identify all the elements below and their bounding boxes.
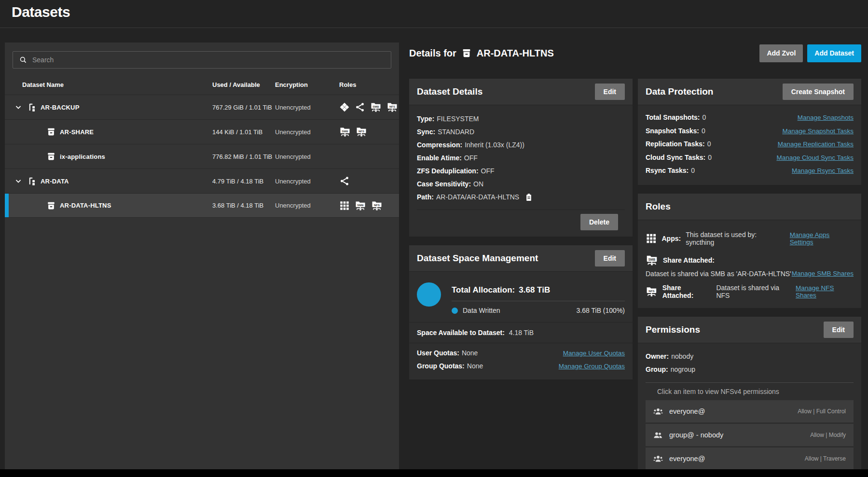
field-value: OFF [464, 152, 478, 165]
table-row-ix-applications[interactable]: ix-applications 776.82 MiB / 1.01 TiB Un… [5, 144, 399, 168]
manage-rsync-tasks-link[interactable]: Manage Rsync Tasks [792, 164, 854, 178]
ace-row-group-nobody[interactable]: group@ - nobody Allow | Modify [646, 424, 854, 446]
datasets-tree-panel: Dataset Name Used / Available Encryption… [5, 42, 399, 469]
data-written-value: 3.68 TiB (100%) [577, 307, 625, 314]
dataset-icon [46, 152, 56, 161]
dataset-icon [461, 48, 472, 58]
manage-cloud-sync-tasks-link[interactable]: Manage Cloud Sync Tasks [776, 151, 854, 165]
stat-label: Rsync Tasks: [646, 167, 689, 174]
dataset-tree-icon [27, 176, 37, 186]
column-dataset-name: Dataset Name [5, 81, 212, 88]
manage-snapshot-tasks-link[interactable]: Manage Snapshot Tasks [782, 125, 854, 138]
group-quotas-value: None [467, 362, 483, 370]
stat-label: Replication Tasks: [646, 140, 705, 148]
delete-dataset-button[interactable]: Delete [580, 214, 618, 230]
edit-permissions-button[interactable]: Edit [824, 322, 854, 338]
ace-row-everyone-full-control[interactable]: everyone@ Allow | Full Control [646, 400, 854, 422]
selected-dataset-name: AR-DATA-HLTNS [477, 48, 554, 59]
manage-apps-settings-link[interactable]: Manage Apps Settings [790, 231, 854, 246]
manage-user-quotas-link[interactable]: Manage User Quotas [563, 347, 625, 360]
encryption-state: Unencrypted [275, 153, 339, 160]
manage-nfs-shares-link[interactable]: Manage NFS Shares [796, 284, 854, 299]
ace-who: group@ - nobody [669, 431, 723, 439]
user-quotas-value: None [462, 349, 478, 357]
smb-share-icon [339, 126, 351, 138]
column-roles: Roles [339, 81, 399, 88]
nfs-share-icon [356, 126, 367, 138]
ace-who: everyone@ [669, 407, 705, 415]
ace-who: everyone@ [669, 455, 705, 463]
table-header: Dataset Name Used / Available Encryption… [5, 74, 399, 95]
owner-value: nobody [671, 350, 693, 363]
edit-dataset-details-button[interactable]: Edit [595, 84, 625, 100]
group-value: nogroup [671, 363, 695, 376]
data-written-legend-dot [452, 308, 458, 314]
used-available: 776.82 MiB / 1.01 TiB [212, 153, 275, 160]
search-input[interactable] [32, 56, 385, 64]
used-available: 3.68 TiB / 4.18 TiB [212, 202, 275, 209]
field-value: FILESYSTEM [437, 112, 479, 126]
column-used-available: Used / Available [212, 81, 275, 88]
total-allocation-value: 3.68 TiB [519, 285, 550, 295]
groups-icon [653, 406, 663, 417]
card-title: Dataset Space Management [417, 253, 538, 264]
group-icon [653, 430, 663, 440]
nfs-share-icon [646, 285, 658, 298]
permissions-card: Permissions Edit Owner:nobody Group:nogr… [638, 317, 861, 477]
smb-share-icon [646, 254, 658, 267]
group-label: Group: [646, 363, 668, 376]
field-label: Enable Atime: [417, 152, 462, 165]
field-label: Path: [417, 191, 434, 204]
space-available-label: Space Available to Dataset: [417, 329, 505, 337]
dataset-name: ix-applications [60, 153, 105, 160]
manage-group-quotas-link[interactable]: Manage Group Quotas [559, 360, 625, 373]
search-input-box[interactable] [13, 51, 391, 69]
details-header: Details for AR-DATA-HLTNS Add Zvol Add D… [409, 43, 861, 63]
share-icon [355, 102, 365, 112]
edit-space-button[interactable]: Edit [595, 250, 625, 267]
stat-label: Snapshot Tasks: [646, 127, 699, 135]
table-row-ar-share[interactable]: AR-SHARE 144 KiB / 1.01 TiB Unencrypted [5, 119, 399, 144]
create-snapshot-button[interactable]: Create Snapshot [783, 84, 854, 100]
manage-replication-tasks-link[interactable]: Manage Replication Tasks [778, 138, 854, 151]
search-area [5, 42, 399, 74]
chevron-down-icon[interactable] [14, 102, 23, 112]
smb-share-icon [370, 101, 382, 113]
encryption-state: Unencrypted [275, 178, 339, 185]
stat-value: 0 [702, 127, 705, 135]
manage-smb-shares-link[interactable]: Manage SMB Shares [792, 270, 854, 277]
dataset-icon [46, 127, 56, 137]
field-label: Sync: [417, 126, 435, 139]
field-value: OFF [481, 165, 495, 178]
owner-label: Owner: [646, 350, 669, 363]
groups-icon [653, 453, 663, 464]
add-dataset-button[interactable]: Add Dataset [807, 44, 861, 62]
stat-label: Cloud Sync Tasks: [646, 154, 705, 161]
copy-path-icon[interactable] [524, 193, 534, 202]
dataset-space-management-card: Dataset Space Management Edit Total Allo… [409, 245, 633, 379]
table-row-ar-data-hltns[interactable]: AR-DATA-HLTNS 3.68 TiB / 4.18 TiB Unencr… [5, 193, 399, 218]
field-value: Inherit (1.03x (LZ4)) [465, 139, 524, 152]
nfsv4-hint: Click an item to view NFSv4 permissions [657, 388, 854, 395]
ace-row-everyone-traverse[interactable]: everyone@ Allow | Traverse [646, 448, 854, 470]
ace-permission: Allow | Modify [810, 432, 846, 438]
table-row-ar-data[interactable]: AR-DATA 4.79 TiB / 4.18 TiB Unencrypted [5, 168, 399, 193]
dataset-tree-icon [27, 102, 37, 112]
manage-snapshots-link[interactable]: Manage Snapshots [798, 111, 854, 125]
card-title: Data Protection [646, 86, 713, 97]
card-title: Permissions [646, 324, 700, 335]
used-available: 767.29 GiB / 1.01 TiB [212, 104, 275, 111]
card-title: Dataset Details [417, 86, 482, 97]
stat-value: 0 [707, 140, 711, 148]
add-zvol-button[interactable]: Add Zvol [759, 44, 803, 62]
table-row-ar-backup[interactable]: AR-BACKUP 767.29 GiB / 1.01 TiB Unencryp… [5, 95, 399, 119]
page-title: Datasets [12, 4, 70, 20]
space-available-value: 4.18 TiB [509, 329, 534, 337]
column-encryption: Encryption [275, 81, 339, 88]
apps-text: This dataset is used by: syncthing [686, 231, 785, 246]
encryption-state: Unencrypted [275, 128, 339, 136]
bottom-black-strip [0, 469, 868, 477]
search-icon [19, 56, 28, 64]
dataset-name: AR-BACKUP [41, 104, 80, 111]
chevron-down-icon[interactable] [14, 176, 23, 186]
